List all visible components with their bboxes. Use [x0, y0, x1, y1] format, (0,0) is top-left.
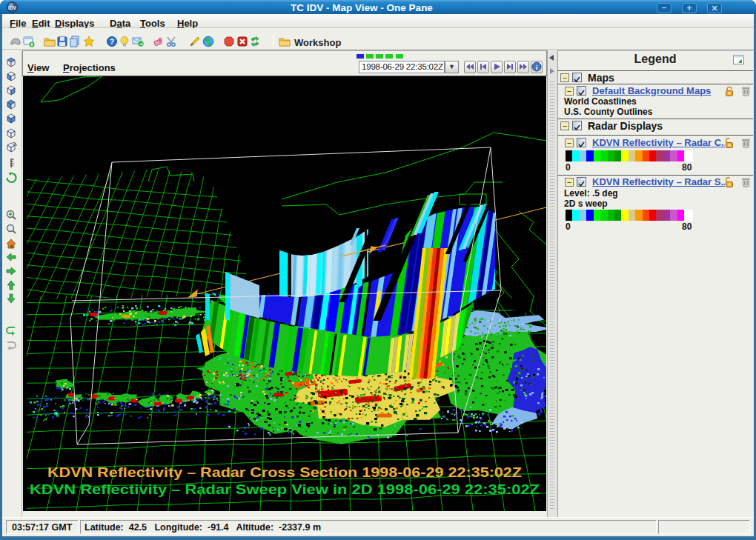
svg-text:KDVN Reflectivity – Radar Swee: KDVN Reflectivity – Radar Sweep View in … [30, 481, 540, 497]
svg-text:?: ? [110, 38, 114, 46]
svg-text:KDVN Reflectivity – Radar Cros: KDVN Reflectivity – Radar Cross Section … [47, 464, 522, 480]
